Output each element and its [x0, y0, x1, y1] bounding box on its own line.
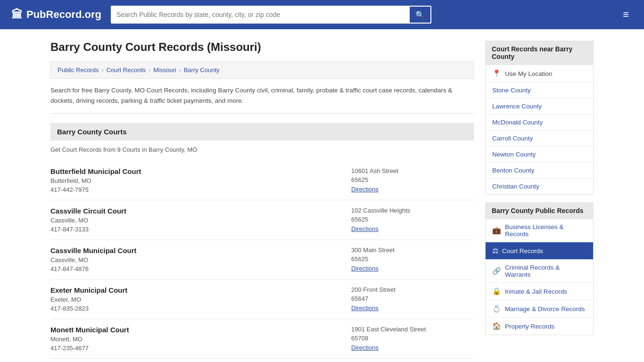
sidebar-nearby-link[interactable]: Lawrence County	[486, 99, 593, 114]
pr-icon: 💼	[492, 226, 501, 235]
court-left-3: Exeter Municipal Court Exeter, MO 417-83…	[50, 286, 351, 312]
court-zip: 65625	[351, 216, 474, 223]
sidebar-nearby-item: Stone County	[486, 82, 593, 99]
menu-button[interactable]: ≡	[619, 7, 633, 23]
court-phone: 417-847-4876	[50, 265, 351, 272]
directions-link[interactable]: Directions	[351, 265, 379, 272]
search-input[interactable]	[111, 6, 409, 24]
breadcrumb-barry-county[interactable]: Barry County	[184, 66, 220, 74]
sidebar-nearby-label: McDonald County	[492, 119, 543, 126]
sidebar-public-records-header: Barry County Public Records	[485, 202, 594, 219]
sidebar-pr-item: ⚖Court Records	[486, 242, 593, 260]
court-city: Butterfield, MO	[50, 177, 351, 184]
sidebar-nearby-label: Christian County	[492, 183, 539, 190]
court-address: 102 Cassville Heights	[351, 207, 474, 214]
court-entry: Exeter Municipal Court Exeter, MO 417-83…	[50, 280, 474, 319]
sidebar-public-records-list: 💼Business Licenses & Records⚖Court Recor…	[485, 219, 594, 335]
sidebar-pr-link[interactable]: ⚖Court Records	[486, 242, 593, 259]
court-name: Exeter Municipal Court	[50, 286, 351, 294]
sidebar-nearby-link[interactable]: Newton County	[486, 147, 593, 162]
sidebar-nearby-link[interactable]: Christian County	[486, 179, 593, 194]
court-name: Butterfield Municipal Court	[50, 167, 351, 175]
sidebar-nearby-label: Benton County	[492, 167, 534, 174]
pr-icon: 💍	[492, 304, 501, 313]
pr-icon: 🏠	[492, 322, 501, 330]
header: 🏛 PubRecord.org 🔍 ≡	[0, 0, 644, 29]
sidebar-pr-item: 💼Business Licenses & Records	[486, 219, 593, 242]
directions-link[interactable]: Directions	[351, 225, 379, 232]
sidebar-pr-item: 💍Marriage & Divorce Records	[486, 300, 593, 318]
directions-link[interactable]: Directions	[351, 304, 379, 312]
sidebar-pr-link[interactable]: 🔒Inmate & Jail Records	[486, 283, 593, 300]
sidebar-pr-label: Court Records	[502, 247, 543, 255]
menu-icon: ≡	[623, 8, 629, 20]
sidebar-nearby-item: Lawrence County	[486, 99, 593, 115]
section-header: Barry County Courts	[50, 123, 474, 140]
sidebar-nearby-label: Carroll County	[492, 135, 533, 142]
pr-icon: 🔒	[492, 287, 501, 296]
sidebar: Court Records near Barry County 📍Use My …	[485, 41, 594, 359]
court-entry: Butterfield Municipal Court Butterfield,…	[50, 161, 474, 200]
breadcrumb-court-records[interactable]: Court Records	[106, 66, 146, 74]
directions-link[interactable]: Directions	[351, 344, 379, 351]
breadcrumb-sep-1: ›	[101, 67, 103, 74]
sidebar-nearby-item: Christian County	[486, 179, 593, 194]
sidebar-pr-label: Business Licenses & Records	[505, 223, 586, 238]
sidebar-pr-item: 🏠Property Records	[486, 318, 593, 335]
sidebar-nearby-label: Lawrence County	[492, 103, 542, 110]
court-address: 10601 Ash Street	[351, 167, 474, 174]
main-container: Barry County Court Records (Missouri) Pu…	[39, 29, 605, 362]
breadcrumb-public-records[interactable]: Public Records	[58, 66, 99, 74]
sidebar-nearby-label: Stone County	[492, 87, 531, 94]
court-phone: 417-442-7975	[50, 186, 351, 193]
court-city: Exeter, MO	[50, 296, 351, 303]
search-button[interactable]: 🔍	[409, 6, 431, 24]
sidebar-pr-link[interactable]: 🔗Criminal Records & Warrants	[486, 260, 593, 282]
sidebar-nearby-item: Benton County	[486, 163, 593, 179]
sidebar-pr-label: Marriage & Divorce Records	[505, 305, 585, 313]
sidebar-pr-label: Inmate & Jail Records	[505, 288, 567, 295]
court-name: Monett Municipal Court	[50, 326, 351, 334]
breadcrumb-sep-2: ›	[149, 67, 150, 74]
sidebar-nearby-item: Newton County	[486, 147, 593, 163]
search-area: 🔍	[111, 6, 431, 24]
court-entry: Monett Municipal Court Monett, MO 417-23…	[50, 319, 474, 359]
logo-text: PubRecord.org	[26, 8, 101, 21]
court-right-0: 10601 Ash Street 65625 Directions	[351, 167, 474, 193]
nearby-icon: 📍	[492, 69, 501, 78]
sidebar-nearby-list: 📍Use My LocationStone CountyLawrence Cou…	[485, 65, 594, 195]
section-subtitle: Get Court Records from 9 Courts in Barry…	[50, 146, 474, 153]
sidebar-nearby-link[interactable]: McDonald County	[486, 115, 593, 130]
sidebar-nearby-link[interactable]: Carroll County	[486, 131, 593, 146]
page-title: Barry County Court Records (Missouri)	[50, 41, 474, 54]
court-left-2: Cassville Municipal Court Cassville, MO …	[50, 247, 351, 272]
court-left-4: Monett Municipal Court Monett, MO 417-23…	[50, 326, 351, 352]
sidebar-pr-item: 🔒Inmate & Jail Records	[486, 283, 593, 300]
sidebar-pr-item: 🔗Criminal Records & Warrants	[486, 260, 593, 283]
sidebar-pr-link[interactable]: 🏠Property Records	[486, 318, 593, 335]
court-left-1: Cassville Circuit Court Cassville, MO 41…	[50, 207, 351, 233]
sidebar-nearby-link[interactable]: Stone County	[486, 82, 593, 98]
pr-icon: 🔗	[492, 267, 501, 275]
court-right-4: 1901 East Cleveland Street 65708 Directi…	[351, 326, 474, 352]
court-right-2: 300 Main Street 65625 Directions	[351, 247, 474, 272]
sidebar-nearby-label: Newton County	[492, 151, 536, 158]
court-zip: 65625	[351, 176, 474, 183]
breadcrumb-sep-3: ›	[179, 67, 181, 74]
directions-link[interactable]: Directions	[351, 186, 379, 193]
court-phone: 417-835-2823	[50, 305, 351, 312]
sidebar-pr-link[interactable]: 💍Marriage & Divorce Records	[486, 300, 593, 317]
sidebar-nearby-link[interactable]: 📍Use My Location	[486, 65, 593, 82]
court-phone: 417-235-4677	[50, 345, 351, 352]
sidebar-pr-link[interactable]: 💼Business Licenses & Records	[486, 219, 593, 242]
logo[interactable]: 🏛 PubRecord.org	[11, 8, 101, 21]
breadcrumb-missouri[interactable]: Missouri	[153, 66, 176, 74]
sidebar-nearby-label: Use My Location	[505, 70, 553, 77]
court-city: Cassville, MO	[50, 217, 351, 224]
sidebar-nearby-item: 📍Use My Location	[486, 65, 593, 82]
court-right-3: 200 Front Street 65647 Directions	[351, 286, 474, 312]
sidebar-nearby-link[interactable]: Benton County	[486, 163, 593, 178]
search-icon: 🔍	[415, 11, 425, 19]
pr-icon: ⚖	[492, 247, 498, 255]
sidebar-pr-label: Criminal Records & Warrants	[505, 264, 586, 278]
